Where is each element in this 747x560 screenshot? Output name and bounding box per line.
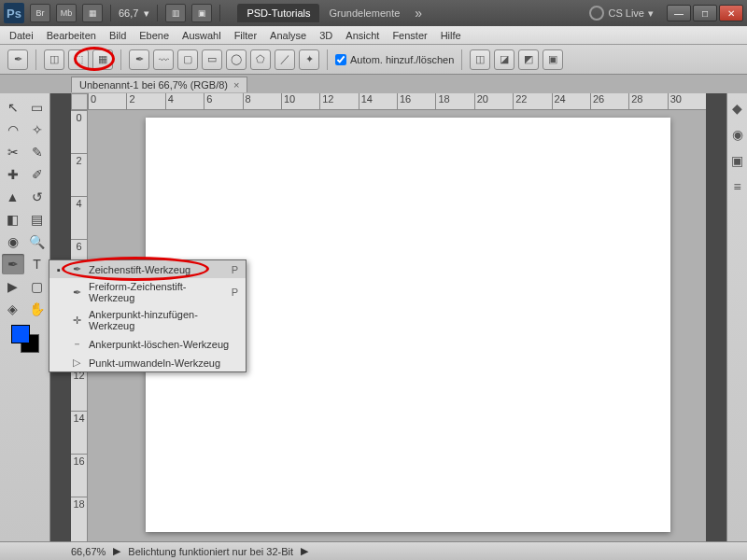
stamp-tool-icon[interactable]: ▲: [2, 187, 24, 207]
rounded-rect-icon[interactable]: ▭: [202, 49, 222, 70]
menu-bild[interactable]: Bild: [109, 30, 126, 41]
minibridge-button[interactable]: Mb: [56, 4, 77, 22]
dodge-tool-icon[interactable]: 🔍: [26, 231, 49, 252]
ruler-corner: [71, 93, 88, 110]
menu-ebene[interactable]: Ebene: [139, 30, 169, 41]
right-gutter: [706, 93, 726, 541]
app-logo: Ps: [4, 3, 24, 23]
flyout-item[interactable]: ✒Freiform-Zeichenstift-WerkzeugP: [49, 278, 246, 306]
crop-tool-icon[interactable]: ✂: [2, 142, 24, 162]
toolbox: ↖ ▭ ◠ ✧ ✂ ✎ ✚ ✐ ▲ ↺ ◧ ▤ ◉ 🔍 ✒ T ▶ ▢ ◈ ✋: [0, 93, 50, 541]
workspace-tab-active[interactable]: PSD-Tutorials: [237, 4, 319, 22]
gradient-tool-icon[interactable]: ▤: [26, 209, 49, 230]
paths-panel-icon[interactable]: ▣: [730, 153, 745, 168]
menu-3d[interactable]: 3D: [319, 30, 332, 41]
close-tab-icon[interactable]: ×: [233, 79, 239, 91]
move-tool-icon[interactable]: ↖: [2, 97, 24, 118]
menu-fenster[interactable]: Fenster: [392, 30, 427, 41]
menu-analyse[interactable]: Analyse: [270, 30, 306, 41]
pen-tool-icon[interactable]: ✒: [2, 254, 24, 274]
status-zoom[interactable]: 66,67%: [71, 546, 106, 557]
pen-mode-icon[interactable]: ✒: [129, 49, 149, 70]
horizontal-ruler: 024681012141618202224262830: [88, 93, 706, 110]
paths-icon[interactable]: ⬚: [68, 49, 89, 70]
channels-panel-icon[interactable]: ◉: [730, 127, 745, 142]
statusbar: 66,67% ▶ Belichtung funktioniert nur bei…: [0, 541, 747, 560]
tool-icon: －: [70, 337, 83, 351]
pen-tool-preset-icon[interactable]: ✒: [7, 49, 28, 70]
bridge-button[interactable]: Br: [30, 4, 50, 22]
flyout-item[interactable]: ▷Punkt-umwandeln-Werkzeug: [49, 354, 246, 371]
arrange-docs-button[interactable]: ▥: [165, 4, 186, 22]
healing-tool-icon[interactable]: ✚: [2, 164, 24, 185]
flyout-item[interactable]: ✛Ankerpunkt-hinzufügen-Werkzeug: [49, 306, 246, 334]
shape-layers-icon[interactable]: ◫: [44, 49, 64, 70]
workspace-tabs: PSD-Tutorials Grundelemente: [237, 4, 409, 22]
tool-icon: ✒: [70, 263, 83, 275]
pathop-intersect-icon[interactable]: ◩: [518, 49, 539, 70]
status-info: Belichtung funktioniert nur bei 32-Bit: [128, 546, 293, 557]
hand-tool-icon[interactable]: ✋: [26, 299, 49, 319]
brush-tool-icon[interactable]: ✐: [26, 164, 49, 185]
foreground-color[interactable]: [11, 325, 30, 343]
close-button[interactable]: ✕: [719, 5, 743, 21]
tool-icon: ✛: [70, 315, 83, 327]
menu-filter[interactable]: Filter: [234, 30, 257, 41]
tool-icon: ▷: [70, 357, 83, 369]
menu-bearbeiten[interactable]: Bearbeiten: [47, 30, 96, 41]
line-shape-icon[interactable]: ／: [275, 49, 295, 70]
right-panel-strip: ◆ ◉ ▣ ≡: [726, 93, 747, 541]
status-arrow-icon[interactable]: ▶: [301, 545, 308, 557]
blur-tool-icon[interactable]: ◉: [2, 231, 24, 252]
zoom-level[interactable]: 66,7: [119, 7, 138, 19]
eyedropper-tool-icon[interactable]: ✎: [26, 142, 49, 162]
pathop-exclude-icon[interactable]: ▣: [543, 49, 563, 70]
document-tab[interactable]: Unbenannt-1 bei 66,7% (RGB/8) ×: [71, 77, 247, 92]
more-workspaces-icon[interactable]: »: [415, 6, 422, 21]
path-select-icon[interactable]: ▶: [2, 276, 24, 297]
status-arrow-icon[interactable]: ▶: [113, 545, 120, 557]
fill-pixels-icon[interactable]: ▦: [92, 49, 113, 70]
maximize-button[interactable]: □: [693, 5, 717, 21]
polygon-shape-icon[interactable]: ⬠: [250, 49, 271, 70]
chevron-down-icon[interactable]: ▾: [144, 7, 149, 20]
menu-auswahl[interactable]: Auswahl: [182, 30, 221, 41]
color-swatch[interactable]: [11, 325, 39, 353]
layers-panel-icon[interactable]: ◆: [730, 101, 745, 116]
workspace: ↖ ▭ ◠ ✧ ✂ ✎ ✚ ✐ ▲ ↺ ◧ ▤ ◉ 🔍 ✒ T ▶ ▢ ◈ ✋ …: [0, 93, 747, 541]
flyout-item[interactable]: ▪✒Zeichenstift-WerkzeugP: [49, 260, 246, 278]
rectangle-shape-icon[interactable]: ▢: [177, 49, 198, 70]
custom-shape-icon[interactable]: ✦: [299, 49, 319, 70]
menubar: Datei Bearbeiten Bild Ebene Auswahl Filt…: [0, 26, 747, 45]
workspace-tab[interactable]: Grundelemente: [319, 4, 409, 22]
minimize-button[interactable]: —: [667, 5, 691, 21]
tool-icon: ✒: [70, 287, 83, 299]
3d-tool-icon[interactable]: ◈: [2, 299, 24, 319]
auto-add-delete-input[interactable]: [335, 54, 346, 65]
ellipse-shape-icon[interactable]: ◯: [226, 49, 247, 70]
marquee-tool-icon[interactable]: ▭: [26, 97, 49, 118]
lasso-tool-icon[interactable]: ◠: [2, 119, 24, 140]
wand-tool-icon[interactable]: ✧: [26, 119, 49, 140]
flyout-item[interactable]: －Ankerpunkt-löschen-Werkzeug: [49, 334, 246, 354]
shape-tool-icon[interactable]: ▢: [26, 276, 49, 297]
document-tab-bar: Unbenannt-1 bei 66,7% (RGB/8) ×: [0, 75, 747, 93]
history-brush-icon[interactable]: ↺: [26, 187, 49, 207]
properties-panel-icon[interactable]: ≡: [730, 179, 745, 194]
type-tool-icon[interactable]: T: [26, 254, 49, 274]
freeform-pen-icon[interactable]: 〰: [153, 49, 174, 70]
pathop-subtract-icon[interactable]: ◪: [494, 49, 514, 70]
options-bar: ✒ ◫ ⬚ ▦ ✒ 〰 ▢ ▭ ◯ ⬠ ／ ✦ Autom. hinzuf./l…: [0, 45, 747, 75]
cs-live-button[interactable]: CS Live ▾: [589, 6, 654, 21]
titlebar: Ps Br Mb ▦ 66,7 ▾ ▥ ▣ PSD-Tutorials Grun…: [0, 0, 747, 26]
auto-add-delete-checkbox[interactable]: Autom. hinzuf./löschen: [335, 54, 454, 65]
view-extras-button[interactable]: ▦: [82, 4, 103, 22]
menu-hilfe[interactable]: Hilfe: [441, 30, 461, 41]
screen-mode-button[interactable]: ▣: [191, 4, 212, 22]
pen-tool-flyout: ▪✒Zeichenstift-WerkzeugP✒Freiform-Zeiche…: [49, 259, 247, 372]
menu-ansicht[interactable]: Ansicht: [345, 30, 379, 41]
menu-datei[interactable]: Datei: [9, 30, 34, 41]
eraser-tool-icon[interactable]: ◧: [2, 209, 24, 230]
pathop-combine-icon[interactable]: ◫: [470, 49, 490, 70]
